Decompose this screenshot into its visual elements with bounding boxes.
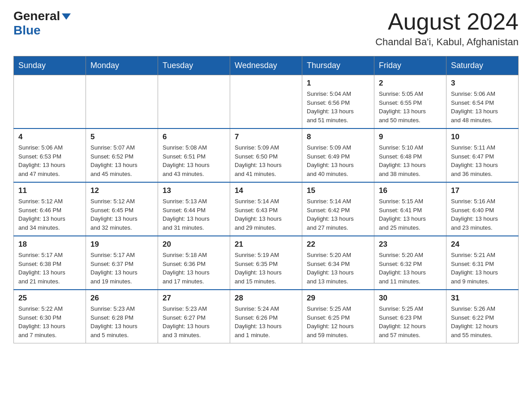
calendar-cell-5-3: 27Sunrise: 5:23 AM Sunset: 6:27 PM Dayli… (158, 290, 230, 343)
calendar-cell-2-6: 9Sunrise: 5:10 AM Sunset: 6:48 PM Daylig… (374, 128, 446, 182)
day-number: 29 (307, 294, 369, 303)
calendar-cell-3-7: 17Sunrise: 5:16 AM Sunset: 6:40 PM Dayli… (446, 182, 519, 236)
calendar-cell-1-1 (14, 75, 86, 129)
day-number: 6 (163, 133, 225, 141)
calendar-cell-3-1: 11Sunrise: 5:12 AM Sunset: 6:46 PM Dayli… (14, 182, 86, 236)
day-number: 2 (379, 79, 442, 88)
calendar-cell-4-7: 24Sunrise: 5:21 AM Sunset: 6:31 PM Dayli… (446, 236, 519, 290)
day-number: 4 (18, 133, 81, 141)
month-title: August 2024 (375, 9, 519, 34)
day-info: Sunrise: 5:09 AM Sunset: 6:49 PM Dayligh… (307, 143, 369, 178)
header: General Blue August 2024 Chandal Ba'i, K… (13, 9, 519, 48)
day-number: 13 (163, 186, 225, 195)
calendar-week-1: 1Sunrise: 5:04 AM Sunset: 6:56 PM Daylig… (14, 75, 519, 129)
day-info: Sunrise: 5:17 AM Sunset: 6:37 PM Dayligh… (90, 251, 153, 286)
calendar-cell-2-3: 6Sunrise: 5:08 AM Sunset: 6:51 PM Daylig… (158, 128, 230, 182)
location-subtitle: Chandal Ba'i, Kabul, Afghanistan (375, 36, 519, 48)
day-number: 30 (379, 294, 442, 303)
day-info: Sunrise: 5:25 AM Sunset: 6:23 PM Dayligh… (379, 304, 442, 339)
calendar-cell-1-6: 2Sunrise: 5:05 AM Sunset: 6:55 PM Daylig… (374, 75, 446, 129)
calendar-cell-1-7: 3Sunrise: 5:06 AM Sunset: 6:54 PM Daylig… (446, 75, 519, 129)
day-info: Sunrise: 5:19 AM Sunset: 6:35 PM Dayligh… (235, 251, 297, 286)
day-number: 16 (379, 186, 442, 195)
header-saturday: Saturday (446, 56, 519, 75)
calendar-cell-4-6: 23Sunrise: 5:20 AM Sunset: 6:32 PM Dayli… (374, 236, 446, 290)
calendar-week-3: 11Sunrise: 5:12 AM Sunset: 6:46 PM Dayli… (14, 182, 519, 236)
calendar-cell-4-1: 18Sunrise: 5:17 AM Sunset: 6:38 PM Dayli… (14, 236, 86, 290)
calendar-cell-2-4: 7Sunrise: 5:09 AM Sunset: 6:50 PM Daylig… (230, 128, 302, 182)
calendar-cell-5-4: 28Sunrise: 5:24 AM Sunset: 6:26 PM Dayli… (230, 290, 302, 343)
day-info: Sunrise: 5:16 AM Sunset: 6:40 PM Dayligh… (451, 197, 514, 232)
day-number: 9 (379, 133, 442, 141)
day-number: 17 (451, 186, 514, 195)
calendar-cell-2-7: 10Sunrise: 5:11 AM Sunset: 6:47 PM Dayli… (446, 128, 519, 182)
day-number: 25 (18, 294, 81, 303)
logo-general-text: General (13, 9, 71, 23)
day-number: 23 (379, 240, 442, 249)
calendar-cell-3-2: 12Sunrise: 5:12 AM Sunset: 6:45 PM Dayli… (86, 182, 158, 236)
day-number: 12 (90, 186, 153, 195)
day-info: Sunrise: 5:09 AM Sunset: 6:50 PM Dayligh… (235, 143, 297, 178)
header-wednesday: Wednesday (230, 56, 302, 75)
calendar-cell-5-5: 29Sunrise: 5:25 AM Sunset: 6:25 PM Dayli… (302, 290, 374, 343)
calendar-cell-3-5: 15Sunrise: 5:14 AM Sunset: 6:42 PM Dayli… (302, 182, 374, 236)
title-area: August 2024 Chandal Ba'i, Kabul, Afghani… (375, 9, 519, 48)
day-info: Sunrise: 5:12 AM Sunset: 6:45 PM Dayligh… (90, 197, 153, 232)
day-info: Sunrise: 5:20 AM Sunset: 6:32 PM Dayligh… (379, 251, 442, 286)
day-number: 18 (18, 240, 81, 249)
day-number: 28 (235, 294, 297, 303)
day-number: 8 (307, 133, 369, 141)
calendar-cell-1-5: 1Sunrise: 5:04 AM Sunset: 6:56 PM Daylig… (302, 75, 374, 129)
calendar-cell-4-2: 19Sunrise: 5:17 AM Sunset: 6:37 PM Dayli… (86, 236, 158, 290)
calendar-cell-5-2: 26Sunrise: 5:23 AM Sunset: 6:28 PM Dayli… (86, 290, 158, 343)
day-info: Sunrise: 5:13 AM Sunset: 6:44 PM Dayligh… (163, 197, 225, 232)
calendar-cell-1-2 (86, 75, 158, 129)
calendar-cell-1-4 (230, 75, 302, 129)
day-info: Sunrise: 5:12 AM Sunset: 6:46 PM Dayligh… (18, 197, 81, 232)
day-info: Sunrise: 5:06 AM Sunset: 6:53 PM Dayligh… (18, 143, 81, 178)
day-info: Sunrise: 5:11 AM Sunset: 6:47 PM Dayligh… (451, 143, 514, 178)
day-number: 14 (235, 186, 297, 195)
day-info: Sunrise: 5:25 AM Sunset: 6:25 PM Dayligh… (307, 304, 369, 339)
day-number: 20 (163, 240, 225, 249)
logo: General Blue (13, 9, 71, 38)
day-info: Sunrise: 5:23 AM Sunset: 6:27 PM Dayligh… (163, 304, 225, 339)
calendar-cell-5-7: 31Sunrise: 5:26 AM Sunset: 6:22 PM Dayli… (446, 290, 519, 343)
header-friday: Friday (374, 56, 446, 75)
calendar-cell-2-2: 5Sunrise: 5:07 AM Sunset: 6:52 PM Daylig… (86, 128, 158, 182)
calendar-week-5: 25Sunrise: 5:22 AM Sunset: 6:30 PM Dayli… (14, 290, 519, 343)
day-number: 1 (307, 79, 369, 88)
day-number: 3 (451, 79, 514, 88)
day-number: 19 (90, 240, 153, 249)
calendar-cell-5-1: 25Sunrise: 5:22 AM Sunset: 6:30 PM Dayli… (14, 290, 86, 343)
calendar-cell-2-1: 4Sunrise: 5:06 AM Sunset: 6:53 PM Daylig… (14, 128, 86, 182)
day-info: Sunrise: 5:21 AM Sunset: 6:31 PM Dayligh… (451, 251, 514, 286)
day-info: Sunrise: 5:18 AM Sunset: 6:36 PM Dayligh… (163, 251, 225, 286)
calendar-week-4: 18Sunrise: 5:17 AM Sunset: 6:38 PM Dayli… (14, 236, 519, 290)
calendar-cell-4-4: 21Sunrise: 5:19 AM Sunset: 6:35 PM Dayli… (230, 236, 302, 290)
calendar-cell-5-6: 30Sunrise: 5:25 AM Sunset: 6:23 PM Dayli… (374, 290, 446, 343)
day-info: Sunrise: 5:07 AM Sunset: 6:52 PM Dayligh… (90, 143, 153, 178)
calendar-cell-1-3 (158, 75, 230, 129)
day-info: Sunrise: 5:26 AM Sunset: 6:22 PM Dayligh… (451, 304, 514, 339)
day-info: Sunrise: 5:22 AM Sunset: 6:30 PM Dayligh… (18, 304, 81, 339)
calendar-cell-3-3: 13Sunrise: 5:13 AM Sunset: 6:44 PM Dayli… (158, 182, 230, 236)
header-monday: Monday (86, 56, 158, 75)
calendar-cell-4-3: 20Sunrise: 5:18 AM Sunset: 6:36 PM Dayli… (158, 236, 230, 290)
day-info: Sunrise: 5:15 AM Sunset: 6:41 PM Dayligh… (379, 197, 442, 232)
day-number: 26 (90, 294, 153, 303)
day-info: Sunrise: 5:14 AM Sunset: 6:42 PM Dayligh… (307, 197, 369, 232)
day-number: 27 (163, 294, 225, 303)
day-info: Sunrise: 5:24 AM Sunset: 6:26 PM Dayligh… (235, 304, 297, 339)
calendar-table: SundayMondayTuesdayWednesdayThursdayFrid… (13, 56, 519, 343)
day-number: 11 (18, 186, 81, 195)
blue-label: Blue (13, 23, 41, 37)
day-number: 15 (307, 186, 369, 195)
day-number: 5 (90, 133, 153, 141)
day-info: Sunrise: 5:04 AM Sunset: 6:56 PM Dayligh… (307, 90, 369, 124)
calendar-cell-3-6: 16Sunrise: 5:15 AM Sunset: 6:41 PM Dayli… (374, 182, 446, 236)
day-info: Sunrise: 5:17 AM Sunset: 6:38 PM Dayligh… (18, 251, 81, 286)
day-info: Sunrise: 5:23 AM Sunset: 6:28 PM Dayligh… (90, 304, 153, 339)
general-label: General (13, 9, 60, 23)
day-info: Sunrise: 5:10 AM Sunset: 6:48 PM Dayligh… (379, 143, 442, 178)
